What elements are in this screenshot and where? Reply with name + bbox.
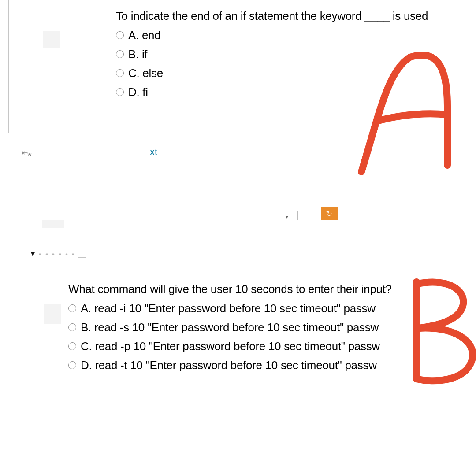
- option-label: C. else: [128, 67, 163, 80]
- stray-caret-icon: ⇤: [22, 148, 27, 157]
- mid-divider-2: [19, 256, 476, 256]
- radio-icon[interactable]: [116, 50, 124, 58]
- question-1-content: To indicate the end of an if statement t…: [116, 9, 451, 99]
- option-label: D. read -t 10 "Enter password before 10 …: [81, 359, 377, 372]
- mid-box-glyph: ▾: [286, 214, 288, 220]
- stray-underline-icon: ש: [27, 151, 32, 158]
- left-crop-line: [8, 0, 9, 133]
- q1-option-b[interactable]: B. if: [116, 48, 451, 61]
- q1-option-c[interactable]: C. else: [116, 67, 451, 80]
- radio-icon[interactable]: [68, 323, 76, 331]
- radio-icon[interactable]: [116, 88, 124, 96]
- mid-left-stub: [42, 220, 64, 228]
- stray-toolbar-fragment: ⇤ ש xt: [22, 142, 463, 159]
- q2-option-d[interactable]: D. read -t 10 "Enter password before 10 …: [68, 359, 441, 372]
- mid-left-border: [40, 207, 40, 225]
- option-label: C. read -p 10 "Enter password before 10 …: [81, 340, 380, 353]
- q1-option-d[interactable]: D. fi: [116, 85, 451, 99]
- question-1-panel: To indicate the end of an if statement t…: [39, 0, 475, 132]
- radio-icon[interactable]: [68, 304, 76, 312]
- radio-icon[interactable]: [116, 69, 124, 77]
- radio-icon[interactable]: [68, 342, 76, 350]
- radio-icon[interactable]: [116, 31, 124, 39]
- stray-xt-label: xt: [150, 146, 157, 158]
- option-label: B. if: [128, 48, 147, 61]
- question-1-prompt: To indicate the end of an if statement t…: [116, 9, 451, 23]
- q1-bottom-border: [39, 133, 476, 133]
- stray-dots: ▾ - - - - - - ⸏: [31, 249, 87, 259]
- option-label: B. read -s 10 "Enter password before 10 …: [81, 321, 379, 334]
- q2-option-b[interactable]: B. read -s 10 "Enter password before 10 …: [68, 321, 441, 334]
- question-2-panel: What command will give the user 10 secon…: [44, 282, 441, 372]
- q2-option-c[interactable]: C. read -p 10 "Enter password before 10 …: [68, 340, 441, 353]
- question-2-content: What command will give the user 10 secon…: [68, 282, 441, 372]
- option-label: A. end: [128, 29, 160, 42]
- question-2-prompt: What command will give the user 10 secon…: [68, 282, 441, 296]
- refresh-icon: ↻: [326, 209, 332, 219]
- mid-divider-1: [40, 225, 476, 225]
- q2-option-a[interactable]: A. read -i 10 "Enter password before 10 …: [68, 302, 441, 315]
- option-label: D. fi: [128, 85, 148, 99]
- q1-option-a[interactable]: A. end: [116, 29, 451, 42]
- radio-icon[interactable]: [68, 361, 76, 369]
- option-label: A. read -i 10 "Enter password before 10 …: [81, 302, 376, 315]
